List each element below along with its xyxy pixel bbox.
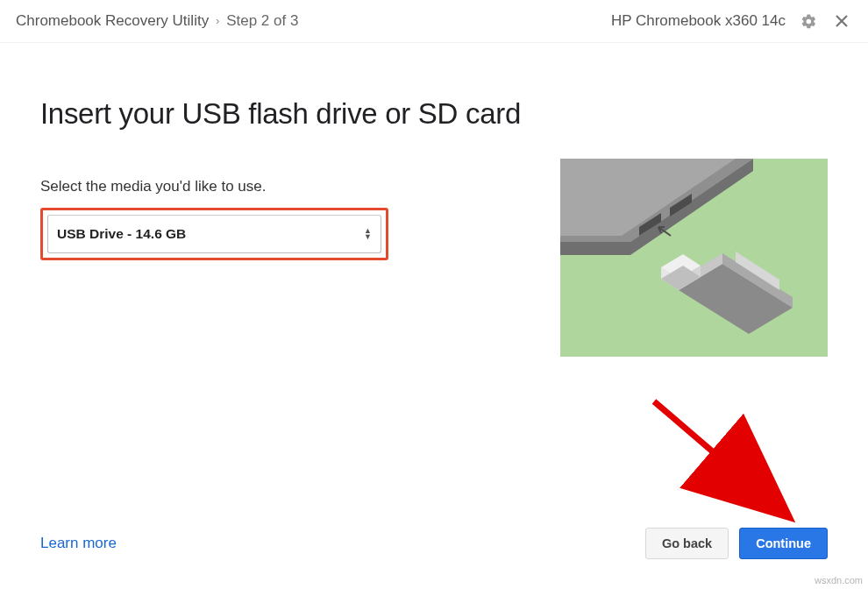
media-select-value: USB Drive - 14.6 GB [57, 226, 186, 242]
step-indicator: Step 2 of 3 [226, 12, 298, 30]
chevron-right-icon: › [216, 15, 219, 27]
highlight-annotation: USB Drive - 14.6 GB ▲▼ [40, 208, 388, 260]
watermark-text: wsxdn.com [815, 575, 863, 585]
page-title: Insert your USB flash drive or SD card [40, 97, 525, 131]
continue-button[interactable]: Continue [739, 528, 828, 559]
select-arrows-icon: ▲▼ [364, 228, 372, 240]
instruction-text: Select the media you'd like to use. [40, 178, 525, 195]
usb-illustration [560, 159, 828, 357]
learn-more-link[interactable]: Learn more [40, 535, 117, 552]
svg-line-15 [654, 401, 777, 507]
arrow-annotation-icon [645, 393, 812, 550]
device-name: HP Chromebook x360 14c [611, 12, 786, 30]
title-bar: Chromebook Recovery Utility › Step 2 of … [0, 0, 868, 43]
svg-marker-2 [560, 242, 630, 255]
close-icon[interactable] [831, 11, 852, 32]
media-select[interactable]: USB Drive - 14.6 GB ▲▼ [47, 215, 381, 253]
go-back-button[interactable]: Go back [645, 528, 729, 559]
breadcrumb: Chromebook Recovery Utility › Step 2 of … [16, 12, 611, 30]
app-name: Chromebook Recovery Utility [16, 12, 209, 30]
gear-icon[interactable] [798, 11, 819, 32]
